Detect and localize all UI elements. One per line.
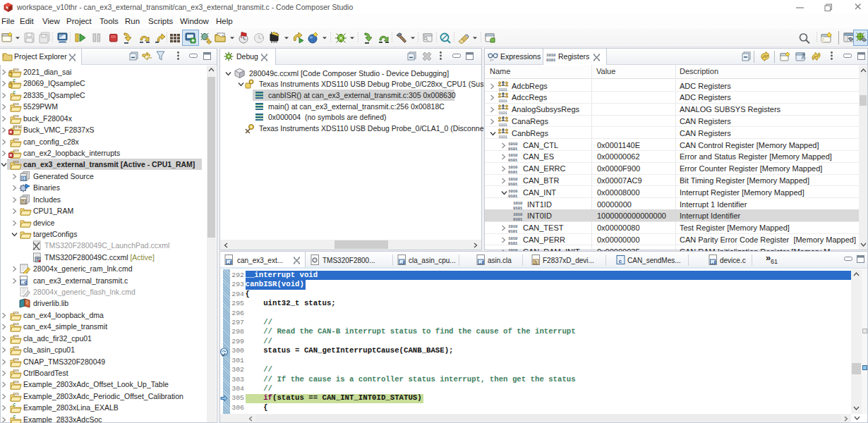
svg-text:ccs: ccs bbox=[13, 114, 20, 118]
svg-text:ccs: ccs bbox=[13, 310, 20, 314]
svg-text:ccs: ccs bbox=[13, 357, 20, 361]
svg-text:c: c bbox=[619, 258, 622, 264]
svg-text:.c: .c bbox=[21, 280, 27, 286]
svg-text:.c: .c bbox=[479, 260, 485, 265]
svg-text:ccs: ccs bbox=[13, 333, 20, 338]
svg-text:C: C bbox=[13, 403, 16, 407]
svg-text:C: C bbox=[13, 415, 16, 419]
svg-text:ccs: ccs bbox=[13, 379, 20, 384]
svg-text:.c: .c bbox=[400, 260, 406, 265]
svg-text:ccs: ccs bbox=[13, 159, 20, 164]
svg-text:0101: 0101 bbox=[508, 241, 518, 245]
svg-text:C: C bbox=[13, 78, 16, 82]
svg-text:0101: 0101 bbox=[499, 111, 508, 115]
svg-text:0101: 0101 bbox=[508, 182, 518, 186]
svg-text:h: h bbox=[22, 200, 25, 204]
svg-text:RTSC: RTSC bbox=[13, 125, 23, 129]
svg-text:ccs: ccs bbox=[13, 102, 20, 106]
svg-text:ccs: ccs bbox=[13, 148, 20, 152]
svg-text:ccs: ccs bbox=[13, 368, 20, 372]
svg-text:c: c bbox=[22, 176, 25, 181]
svg-text:0101: 0101 bbox=[513, 217, 523, 221]
svg-text:0101: 0101 bbox=[508, 158, 518, 162]
svg-text:.c: .c bbox=[227, 260, 233, 265]
svg-text:ccs: ccs bbox=[13, 391, 20, 396]
svg-text:0101: 0101 bbox=[499, 134, 508, 138]
svg-text:0101: 0101 bbox=[508, 146, 518, 150]
svg-text:ccs: ccs bbox=[13, 137, 20, 141]
svg-text:0101: 0101 bbox=[499, 87, 508, 91]
svg-text:0101: 0101 bbox=[508, 170, 518, 174]
svg-text:h: h bbox=[534, 259, 537, 265]
svg-text:C: C bbox=[13, 90, 16, 94]
svg-text:0101: 0101 bbox=[499, 123, 508, 127]
svg-text:ccs: ccs bbox=[13, 67, 20, 71]
svg-text:ccs: ccs bbox=[13, 345, 20, 349]
svg-text:0101: 0101 bbox=[508, 193, 518, 197]
svg-text:0101: 0101 bbox=[546, 58, 556, 62]
svg-text:0101: 0101 bbox=[508, 229, 518, 233]
svg-text:x=: x= bbox=[490, 59, 494, 62]
svg-text:0101: 0101 bbox=[513, 205, 523, 209]
svg-text:0101: 0101 bbox=[499, 99, 508, 103]
svg-text:.c: .c bbox=[711, 260, 717, 265]
svg-text:ccs: ccs bbox=[13, 321, 20, 326]
